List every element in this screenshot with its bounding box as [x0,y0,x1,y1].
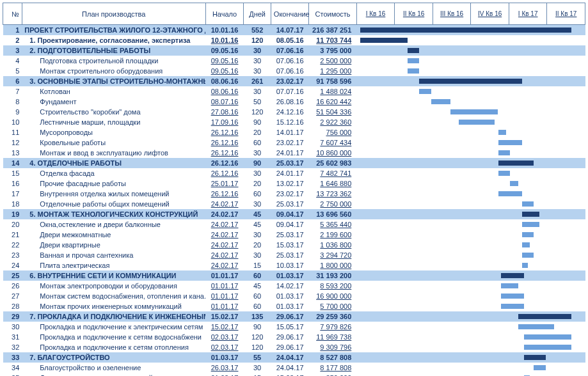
row-end: 07.06.16 [271,45,309,56]
gantt-bar [419,89,431,94]
row-cost: 25 602 983 [309,158,356,168]
row-start: 26.12.16 [205,127,244,137]
row-name: Котлован [22,86,205,97]
row-name: Подготовка строительной площадки [22,56,205,66]
row-start: 26.12.16 [205,148,244,158]
row-start: 01.01.17 [205,281,244,291]
row-cost: 3 795 000 [309,45,356,56]
row-cost: 756 000 [309,127,356,137]
row-start: 15.02.17 [205,322,244,332]
row-cost: 1 036 800 [309,240,356,250]
row-cost: 51 504 336 [309,107,356,117]
row-cost: 13 696 560 [309,209,356,219]
gantt-bar [498,171,510,176]
table-row: 35Демонтаж временных сооружений01.03.171… [3,373,585,377]
row-name: Лестничные марши, площадки [22,117,205,127]
gantt-bar [522,242,530,247]
gantt-cell [356,373,585,377]
table-row: 24Плита электрическая24.02.171510.03.171… [3,260,585,270]
row-num: 24 [3,260,22,270]
row-start: 24.02.17 [205,250,244,260]
row-end: 14.01.17 [271,127,309,137]
gantt-bar [522,263,528,268]
row-num: 17 [3,189,22,199]
gantt-cell [356,250,585,260]
gantt-cell [356,158,585,168]
row-num: 12 [3,137,22,148]
row-num: 33 [3,352,22,363]
row-num: 35 [3,373,22,377]
gantt-bar [498,130,506,135]
table-row: 144. ОТДЕЛОЧНЫЕ РАБОТЫ26.12.169025.03.17… [3,158,585,168]
row-name: Отделка фасада [22,168,205,178]
row-name: Двери квартирные [22,240,205,250]
gantt-cell [356,178,585,189]
row-start: 27.08.16 [205,107,244,117]
row-start: 24.02.17 [205,209,244,219]
row-num: 18 [3,199,22,209]
header-num: № [3,3,22,25]
gantt-bar [360,27,571,33]
table-row: 26Монтаж электропроводки и оборудования0… [3,281,585,291]
row-start: 10.01.16 [205,35,244,45]
row-days: 20 [244,240,271,250]
row-end: 24.04.17 [271,352,309,363]
row-name: Отделочные работы общих помещений [22,199,205,209]
table-row: 30Прокладка и подключение к электрически… [3,322,585,332]
table-row: 13Монтаж и ввод в эксплуатацию лифтов26.… [3,148,585,158]
row-name: Демонтаж временных сооружений [22,373,205,377]
row-cost: 2 750 000 [309,199,356,209]
gantt-cell [356,363,585,373]
row-start: 01.01.17 [205,301,244,311]
gantt-cell [356,199,585,209]
row-end: 13.02.17 [271,178,309,189]
row-cost: 11 703 744 [309,35,356,45]
row-end: 15.03.17 [271,240,309,250]
row-start: 01.03.17 [205,352,244,363]
table-row: 256. ВНУТРЕННИЕ СЕТИ И КОММУНИКАЦИИ01.01… [3,270,585,281]
row-end: 07.06.16 [271,56,309,66]
gantt-cell [356,76,585,86]
row-start: 24.02.17 [205,260,244,270]
row-start: 01.01.17 [205,270,244,281]
row-name: Монтаж электропроводки и оборудования [22,281,205,291]
row-cost: 2 199 600 [309,230,356,240]
row-num: 26 [3,281,22,291]
row-name: Мусоропроводы [22,127,205,137]
row-days: 135 [244,311,271,322]
row-num: 5 [3,66,22,76]
row-days: 45 [244,219,271,230]
row-start: 24.02.17 [205,199,244,209]
row-num: 11 [3,127,22,137]
gantt-cell [356,219,585,230]
header-q6: II Кв 17 [547,3,585,25]
row-num: 10 [3,117,22,127]
gantt-bar [522,212,540,217]
table-row: 16Прочие фасадные работы25.01.172013.02.… [3,178,585,189]
row-name: Монтаж и ввод в эксплуатацию лифтов [22,148,205,158]
row-days: 90 [244,322,271,332]
row-end: 09.04.17 [271,219,309,230]
row-cost: 91 758 596 [309,76,356,86]
row-cost: 1 800 000 [309,260,356,270]
row-end: 10.03.17 [271,260,309,270]
row-num: 3 [3,45,22,56]
table-row: 5Монтаж строительного оборудования09.05.… [3,66,585,76]
row-days: 60 [244,137,271,148]
gantt-cell [356,117,585,127]
row-name: 1. Проектирование, согласование, эксперт… [22,35,205,45]
row-days: 90 [244,158,271,168]
row-days: 60 [244,291,271,301]
table-row: 32Прокладка и подключение к сетям отопле… [3,342,585,352]
row-num: 20 [3,219,22,230]
row-start: 24.02.17 [205,240,244,250]
row-end: 08.05.16 [271,35,309,45]
gantt-cell [356,97,585,107]
gantt-cell [356,209,585,219]
table-row: 337. БЛАГОУСТРОЙСТВО01.03.175524.04.178 … [3,352,585,363]
gantt-bar [360,38,408,43]
table-row: 23Ванная и прочая сантехника24.02.173025… [3,250,585,260]
table-row: 7Котлован08.06.163007.07.161 488 024 [3,86,585,97]
row-num: 14 [3,158,22,168]
gantt-bar [498,161,534,166]
